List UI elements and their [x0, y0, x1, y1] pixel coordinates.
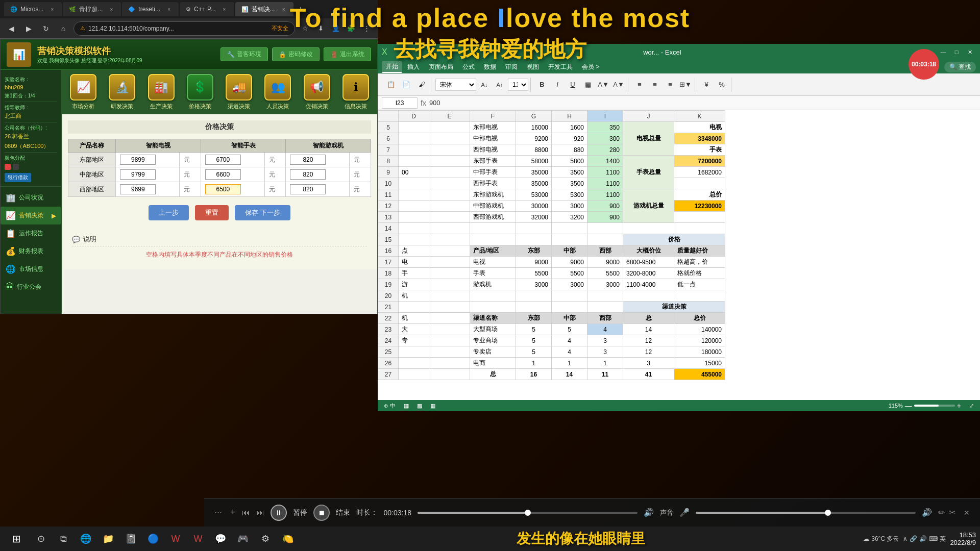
menu-view[interactable]: 视图	[523, 62, 543, 72]
media-next-button[interactable]: ⏭	[256, 508, 264, 517]
f9[interactable]: 中部手表	[470, 167, 516, 178]
j5-merge[interactable]: 电视总量	[623, 122, 674, 156]
i20[interactable]	[587, 290, 623, 302]
excel-maximize-button[interactable]: □	[950, 46, 963, 58]
d25[interactable]	[399, 346, 429, 358]
f11[interactable]: 东部游戏机	[470, 189, 516, 201]
tab-3-close[interactable]: ×	[165, 6, 173, 13]
e18[interactable]	[429, 268, 470, 279]
add-media-button[interactable]: +	[230, 507, 236, 518]
sidebar-item-industry[interactable]: 🏛 行业公会	[1, 278, 61, 295]
pen-icon[interactable]: ✏	[938, 508, 945, 517]
i13[interactable]: 900	[587, 212, 623, 223]
zoom-slider[interactable]	[914, 405, 955, 407]
j17[interactable]: 6800-9500	[623, 257, 674, 268]
j16[interactable]: 大概价位	[623, 245, 674, 257]
sidebar-item-finance[interactable]: 💰 财务报表	[1, 242, 61, 260]
save-button[interactable]: 保存 下一步	[235, 205, 290, 220]
g25[interactable]: 5	[516, 346, 552, 358]
settings-icon[interactable]: ⚙	[255, 527, 276, 551]
h26[interactable]: 1	[552, 358, 587, 369]
g7[interactable]: 8800	[516, 144, 552, 156]
copy-button[interactable]: 📄	[399, 78, 413, 92]
tab-5-close[interactable]: ×	[280, 6, 287, 13]
nav-market-analysis[interactable]: 📈 市场分析	[66, 74, 101, 110]
k24[interactable]: 120000	[674, 335, 725, 346]
h25[interactable]: 4	[552, 346, 587, 358]
zoom-out-button[interactable]: —	[905, 402, 912, 410]
h7[interactable]: 880	[552, 144, 587, 156]
extensions-button[interactable]: 🧩	[344, 21, 358, 36]
g27[interactable]: 16	[516, 369, 552, 380]
k8[interactable]: 7200000	[674, 156, 725, 167]
col-header-i[interactable]: I	[587, 111, 623, 122]
h10[interactable]: 3500	[552, 178, 587, 189]
browser-tab-3[interactable]: 🔷 treseti... ×	[122, 2, 179, 16]
h16[interactable]: 中部	[552, 245, 587, 257]
f5[interactable]: 东部电视	[470, 122, 516, 133]
k6[interactable]: 3348000	[674, 133, 725, 144]
e13[interactable]	[429, 212, 470, 223]
progress-slider[interactable]	[418, 512, 638, 514]
f10[interactable]: 西部手表	[470, 178, 516, 189]
wps-word-icon[interactable]: W	[188, 527, 208, 551]
j23[interactable]: 14	[623, 324, 674, 335]
k10[interactable]	[674, 178, 725, 189]
menu-formula[interactable]: 公式	[458, 62, 479, 72]
d9[interactable]: 00	[399, 167, 429, 178]
i10[interactable]: 1100	[587, 178, 623, 189]
d6[interactable]	[399, 133, 429, 144]
new-tab-button[interactable]: +	[295, 3, 307, 15]
e11[interactable]	[429, 189, 470, 201]
e26[interactable]	[429, 358, 470, 369]
cell-reference-input[interactable]	[382, 97, 418, 109]
edge-icon[interactable]: 🌐	[76, 527, 96, 551]
g5[interactable]: 16000	[516, 122, 552, 133]
d16[interactable]: 点	[399, 245, 429, 257]
h12[interactable]: 3000	[552, 201, 587, 212]
e9[interactable]	[429, 167, 470, 178]
tv-east-input[interactable]	[120, 155, 156, 165]
k20[interactable]	[674, 290, 725, 302]
nav-promotion[interactable]: 📢 促销决策	[300, 74, 334, 110]
expand-icon[interactable]: ⤢	[969, 403, 974, 409]
menu-developer[interactable]: 开发工具	[544, 62, 577, 72]
g12[interactable]: 30000	[516, 201, 552, 212]
browser-tab-1[interactable]: 🌐 Micros... ×	[4, 2, 62, 16]
back-button[interactable]: ◀	[4, 21, 18, 36]
e23[interactable]	[429, 324, 470, 335]
h21[interactable]	[552, 302, 587, 313]
col-header-h[interactable]: H	[552, 111, 587, 122]
h11[interactable]: 5300	[552, 189, 587, 201]
d15[interactable]	[399, 234, 429, 245]
wps-icon[interactable]: W	[165, 527, 186, 551]
f18[interactable]: 手表	[470, 268, 516, 279]
e12[interactable]	[429, 201, 470, 212]
h18[interactable]: 5500	[552, 268, 587, 279]
d5[interactable]	[399, 122, 429, 133]
h17[interactable]: 9000	[552, 257, 587, 268]
task-view-button[interactable]: ⧉	[53, 527, 74, 551]
game-icon[interactable]: 🎮	[233, 527, 253, 551]
j20[interactable]	[623, 290, 674, 302]
h5[interactable]: 1600	[552, 122, 587, 133]
excel-close-button[interactable]: ✕	[964, 46, 976, 58]
f16[interactable]: 产品/地区	[470, 245, 516, 257]
k22[interactable]: 总价	[674, 313, 725, 324]
d17[interactable]: 电	[399, 257, 429, 268]
f8[interactable]: 东部手表	[470, 156, 516, 167]
paste-button[interactable]: 📋	[384, 78, 398, 92]
col-header-g[interactable]: G	[516, 111, 552, 122]
d26[interactable]	[399, 358, 429, 369]
f6[interactable]: 中部电视	[470, 133, 516, 144]
f24[interactable]: 专业商场	[470, 335, 516, 346]
excel-minimize-button[interactable]: —	[937, 46, 949, 58]
nav-rd-decision[interactable]: 🔬 研发决策	[105, 74, 139, 110]
font-size-increase[interactable]: A↑	[493, 78, 507, 92]
j8-merge[interactable]: 手表总量	[623, 156, 674, 189]
h13[interactable]: 3200	[552, 212, 587, 223]
merge-center[interactable]: ⊞▼	[678, 78, 693, 92]
sidebar-item-company[interactable]: 🏢 公司状况	[1, 189, 61, 207]
e27[interactable]	[429, 369, 470, 380]
k17[interactable]: 格越高，价	[674, 257, 725, 268]
